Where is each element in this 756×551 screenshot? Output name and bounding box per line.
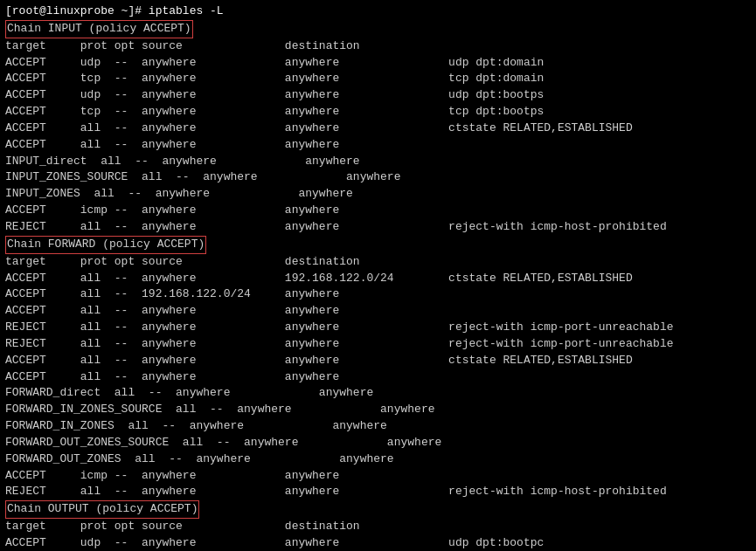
terminal-line: FORWARD_IN_ZONES all -- anywhere anywher… xyxy=(5,418,751,435)
terminal-line: ACCEPT icmp -- anywhere anywhere xyxy=(5,203,751,219)
terminal-line: FORWARD_OUT_ZONES_SOURCE all -- anywhere… xyxy=(5,435,751,451)
terminal-line: ACCEPT all -- anywhere anywhere xyxy=(5,369,751,386)
chain-header: Chain FORWARD (policy ACCEPT) xyxy=(5,236,206,254)
terminal-line: ACCEPT udp -- anywhere anywhere udp dpt:… xyxy=(5,87,751,104)
terminal-line: FORWARD_OUT_ZONES all -- anywhere anywhe… xyxy=(5,451,751,468)
terminal-window: [root@linuxprobe ~]# iptables -L Chain I… xyxy=(0,0,756,551)
terminal-line: FORWARD_IN_ZONES_SOURCE all -- anywhere … xyxy=(5,402,751,418)
chain-header: Chain OUTPUT (policy ACCEPT) xyxy=(5,500,199,519)
terminal-line: ACCEPT tcp -- anywhere anywhere tcp dpt:… xyxy=(5,71,751,87)
terminal-content: Chain INPUT (policy ACCEPT)target prot o… xyxy=(5,20,751,551)
terminal-line: ACCEPT udp -- anywhere anywhere udp dpt:… xyxy=(5,55,751,72)
terminal-line: target prot opt source destination xyxy=(5,519,751,535)
terminal-line: INPUT_direct all -- anywhere anywhere xyxy=(5,154,751,170)
terminal-line: ACCEPT all -- anywhere anywhere xyxy=(5,303,751,320)
terminal-line: INPUT_ZONES all -- anywhere anywhere xyxy=(5,186,751,203)
chain-header-line: Chain FORWARD (policy ACCEPT) xyxy=(5,236,751,254)
terminal-line: ACCEPT all -- 192.168.122.0/24 anywhere xyxy=(5,286,751,303)
terminal-line: ACCEPT all -- anywhere 192.168.122.0/24 … xyxy=(5,271,751,287)
terminal-line: INPUT_ZONES_SOURCE all -- anywhere anywh… xyxy=(5,169,751,186)
terminal-line: REJECT all -- anywhere anywhere reject-w… xyxy=(5,484,751,500)
terminal-line: ACCEPT tcp -- anywhere anywhere tcp dpt:… xyxy=(5,104,751,121)
chain-header: Chain INPUT (policy ACCEPT) xyxy=(5,20,193,38)
terminal-line: ACCEPT udp -- anywhere anywhere udp dpt:… xyxy=(5,535,751,551)
terminal-line: REJECT all -- anywhere anywhere reject-w… xyxy=(5,336,751,353)
chain-header-line: Chain INPUT (policy ACCEPT) xyxy=(5,20,751,38)
chain-header-line: Chain OUTPUT (policy ACCEPT) xyxy=(5,500,751,519)
terminal-line: target prot opt source destination xyxy=(5,254,751,271)
terminal-line: ACCEPT all -- anywhere anywhere ctstate … xyxy=(5,353,751,369)
terminal-line: ACCEPT all -- anywhere anywhere xyxy=(5,137,751,154)
terminal-line: ACCEPT icmp -- anywhere anywhere xyxy=(5,468,751,485)
terminal-line: REJECT all -- anywhere anywhere reject-w… xyxy=(5,320,751,336)
terminal-line: target prot opt source destination xyxy=(5,38,751,55)
terminal-line: REJECT all -- anywhere anywhere reject-w… xyxy=(5,219,751,236)
prompt-line: [root@linuxprobe ~]# iptables -L xyxy=(5,3,751,20)
terminal-line: ACCEPT all -- anywhere anywhere ctstate … xyxy=(5,121,751,137)
terminal-line: FORWARD_direct all -- anywhere anywhere xyxy=(5,385,751,402)
